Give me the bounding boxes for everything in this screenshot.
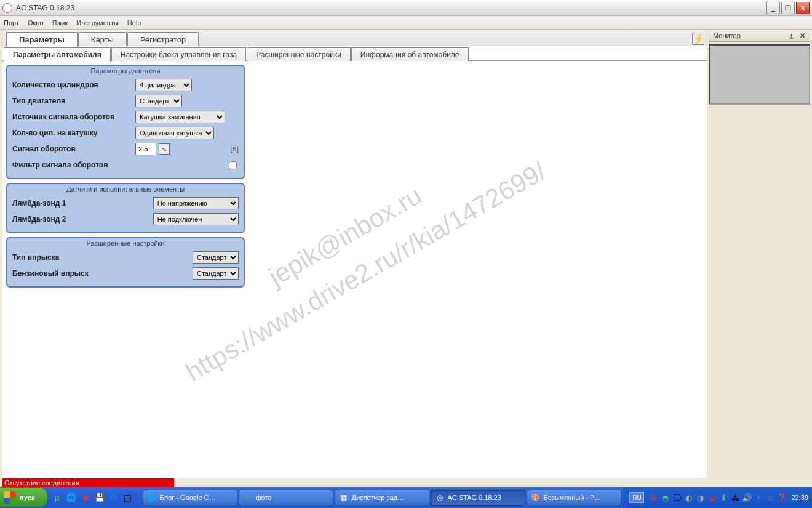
status-bar: Отсутствие соединения	[2, 478, 174, 487]
maximize-button[interactable]: ❐	[781, 2, 795, 14]
subtab-gas-ecu[interactable]: Настройки блока управления газа	[111, 47, 246, 61]
tray-app1-icon[interactable]: ◐	[683, 493, 693, 502]
cyl-per-coil-select[interactable]: Одиночная катушка	[135, 127, 214, 139]
petrol-inj-select[interactable]: Стандарт	[193, 267, 239, 280]
cyl-per-coil-label: Кол-во цил. на катушку	[12, 129, 135, 137]
petrol-inj-label: Бензиновый впрыск	[12, 269, 193, 278]
window-title: AC STAG 0.18.23	[16, 4, 74, 12]
rpm-source-select[interactable]: Катушка зажигания	[135, 111, 225, 123]
inj-type-select[interactable]: Стандарт	[193, 251, 239, 264]
chrome-icon: 🌐	[147, 493, 157, 502]
advanced-group: Расширенные настройки Тип впрыска Станда…	[6, 237, 245, 288]
sub-tabs: Параметры автомобиля Настройки блока упр…	[2, 46, 707, 61]
acstag-icon: ◎	[435, 493, 445, 502]
tray-volume-icon[interactable]: 🔊	[742, 493, 752, 502]
start-label: пуск	[20, 494, 35, 501]
ql-chrome-icon[interactable]: 🌐	[65, 491, 78, 504]
engine-type-label: Тип двигателя	[12, 97, 135, 105]
task-ac-stag[interactable]: ◎AC STAG 0.18.23	[431, 490, 525, 506]
app-icon	[2, 3, 12, 13]
quick-launch: µ 🌐 ◉ 💾 ⓔ ▢	[51, 491, 138, 504]
task-chrome-blog[interactable]: 🌐Блог - Google C…	[143, 490, 237, 506]
tab-parameters[interactable]: Параметры	[6, 32, 78, 47]
tray-usb-icon[interactable]: ⬇	[718, 493, 728, 502]
task-photo-folder[interactable]: ●фото	[239, 490, 333, 506]
start-button[interactable]: пуск	[0, 488, 47, 507]
tray-shield-icon[interactable]: ◓	[660, 493, 670, 502]
status-text: Отсутствие соединения	[4, 479, 79, 486]
tray-help-icon[interactable]: ❓	[777, 493, 787, 502]
subtab-car-params[interactable]: Параметры автомобиля	[4, 47, 111, 62]
pin-icon[interactable]: ⟂	[787, 32, 795, 39]
subtab-car-info[interactable]: Информация об автомобиле	[351, 47, 469, 61]
tray-app2-icon[interactable]: ◑	[695, 493, 705, 502]
rpm-signal-input[interactable]	[135, 143, 156, 155]
taskbar: пуск µ 🌐 ◉ 💾 ⓔ ▢ 🌐Блог - Google C… ●фото…	[0, 487, 812, 508]
lambda2-label: Лямбда-зонд 2	[12, 215, 153, 224]
menu-help[interactable]: Help	[127, 19, 141, 26]
ql-opera-icon[interactable]: ◉	[79, 491, 92, 504]
advanced-legend: Расширенные настройки	[12, 240, 239, 247]
tray-network-icon[interactable]: 🖧	[730, 493, 740, 502]
tray-refresh-icon[interactable]: ♻	[648, 493, 658, 502]
tray-app3-icon[interactable]: ◒	[707, 493, 717, 502]
main-pane: Параметры Карты Регистратор ⚡ Параметры …	[2, 30, 707, 478]
tab-maps[interactable]: Карты	[78, 32, 127, 46]
paint-icon: 🎨	[531, 493, 541, 502]
lambda1-label: Лямбда-зонд 1	[12, 199, 153, 208]
close-button[interactable]: X	[796, 2, 810, 14]
monitor-header: Монитор ⟂ ✕	[709, 30, 810, 42]
num-cylinders-select[interactable]: 4 цилиндра	[135, 79, 192, 91]
task-task-manager[interactable]: ▦Диспетчер зад…	[335, 490, 429, 506]
rpm-signal-toggle-button[interactable]: ⤡	[159, 143, 170, 155]
clock[interactable]: 22:39	[791, 494, 808, 501]
monitor-preview	[709, 44, 810, 105]
sensors-legend: Датчики и исполнительные элементы	[12, 185, 239, 193]
top-tabs: Параметры Карты Регистратор ⚡	[2, 30, 707, 46]
ql-utorrent-icon[interactable]: µ	[51, 491, 63, 504]
rpm-signal-unit: [B]	[231, 145, 239, 153]
titlebar: AC STAG 0.18.23 _ ❐ X	[0, 0, 812, 16]
ql-ie-icon[interactable]: ⓔ	[108, 491, 120, 504]
monitor-pane: Монитор ⟂ ✕	[709, 30, 810, 478]
inj-type-label: Тип впрыска	[12, 253, 193, 262]
ql-desktop-icon[interactable]: ▢	[122, 491, 134, 504]
rpm-filter-label: Фильтр сигнала оборотов	[12, 161, 135, 169]
num-cylinders-label: Количество цилиндров	[12, 81, 135, 89]
engine-params-group: Параметры двигателя Количество цилиндров…	[6, 65, 245, 179]
menu-language[interactable]: Язык	[52, 19, 68, 26]
rpm-signal-label: Сигнал оборотов	[12, 145, 135, 153]
tray-disk-icon[interactable]: ◙	[765, 493, 775, 502]
engine-legend: Параметры двигателя	[12, 67, 239, 75]
ql-save-icon[interactable]: 💾	[94, 491, 106, 504]
menubar: Порт Окно Язык Инструменты Help	[0, 16, 812, 30]
tray-bluetooth-icon[interactable]: ᚼ	[754, 493, 763, 502]
sensors-group: Датчики и исполнительные элементы Лямбда…	[6, 183, 245, 233]
menu-window[interactable]: Окно	[28, 19, 44, 26]
usb-status-icon[interactable]: ⚡	[692, 33, 704, 45]
language-indicator[interactable]: RU	[629, 492, 644, 503]
engine-type-select[interactable]: Стандарт	[135, 95, 182, 107]
menu-port[interactable]: Порт	[4, 19, 19, 26]
tab-recorder[interactable]: Регистратор	[127, 32, 199, 46]
folder-icon: ●	[243, 493, 253, 502]
task-paint[interactable]: 🎨Безымянный - P…	[527, 490, 621, 506]
lambda1-select[interactable]: По напряжению	[153, 197, 239, 209]
monitor-title: Монитор	[713, 32, 741, 39]
minimize-button[interactable]: _	[766, 2, 780, 14]
taskmgr-icon: ▦	[339, 493, 349, 502]
lambda2-select[interactable]: Не подключен	[153, 213, 239, 225]
subtab-advanced[interactable]: Расширенные настройки	[247, 47, 351, 61]
rpm-filter-checkbox[interactable]	[229, 161, 237, 169]
monitor-close-icon[interactable]: ✕	[798, 32, 806, 40]
tray-monitor-icon[interactable]: 🖵	[672, 493, 682, 502]
rpm-source-label: Источник сигнала оборотов	[12, 113, 135, 121]
menu-tools[interactable]: Инструменты	[76, 19, 119, 26]
